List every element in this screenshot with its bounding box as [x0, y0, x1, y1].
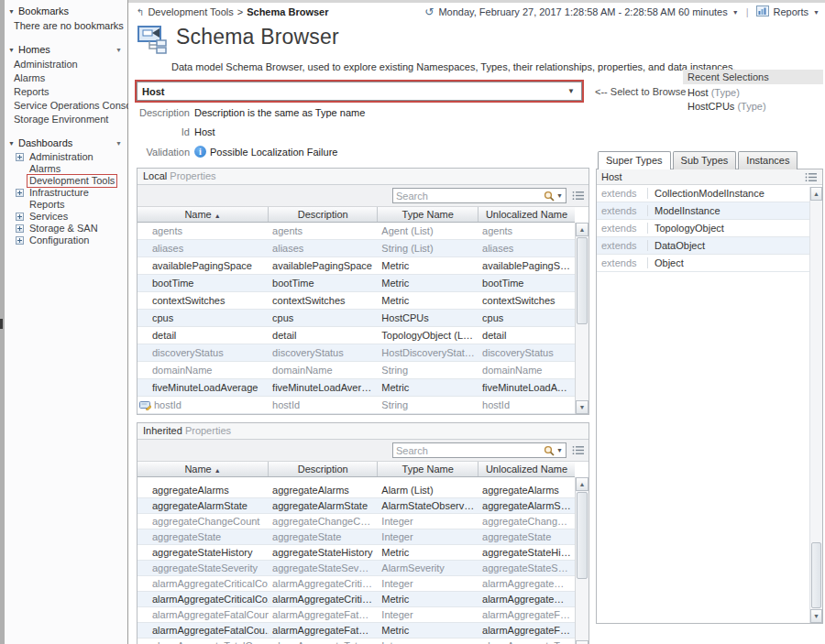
- homes-header[interactable]: ▼ Homes ▼: [5, 42, 127, 57]
- identifier-key-icon: [139, 400, 151, 410]
- property-row[interactable]: cpus cpus HostCPUs cpus: [138, 310, 575, 327]
- property-row[interactable]: alarmAggregateCriticalCo... alarmAggrega…: [138, 576, 575, 592]
- types-tab[interactable]: Super Types: [598, 151, 671, 169]
- property-row[interactable]: alarmAggregateTotalCount alarmAggregateT…: [138, 639, 575, 644]
- scrollbar-thumb[interactable]: [577, 492, 588, 579]
- dashboards-item[interactable]: Services: [5, 211, 127, 223]
- column-header-type-name[interactable]: Type Name: [378, 207, 478, 222]
- bookmarks-header[interactable]: ▼ Bookmarks: [5, 4, 127, 18]
- property-row[interactable]: alarmAggregateFatalCou... alarmAggregate…: [138, 623, 575, 639]
- property-row[interactable]: agents agents Agent (List) agents: [138, 223, 575, 240]
- types-tab[interactable]: Instances: [738, 151, 798, 169]
- dashboards-menu-icon[interactable]: ▼: [116, 140, 122, 147]
- inherited-properties-title: Inherited Properties: [138, 423, 588, 440]
- column-header-unlocalized-name[interactable]: Unlocalized Name: [478, 207, 575, 222]
- search-icon[interactable]: [544, 445, 555, 456]
- property-row[interactable]: aggregateStateSeverity aggregateStateSev…: [138, 561, 575, 576]
- type-select-dropdown[interactable]: Host ▼: [137, 82, 582, 101]
- breadcrumb-parent-link[interactable]: Development Tools: [148, 6, 233, 17]
- column-header-type-name[interactable]: Type Name: [378, 462, 478, 476]
- property-name: domainName: [152, 365, 212, 376]
- time-range-label[interactable]: Monday, February 27, 2017 1:28:58 AM - 2…: [438, 6, 727, 17]
- column-header-description[interactable]: Description: [269, 462, 378, 476]
- property-row[interactable]: contextSwitches contextSwitches Metric c…: [138, 292, 575, 310]
- super-type-row[interactable]: extends Object: [597, 255, 809, 272]
- types-column: Super TypesSub TypesInstances Host exten…: [596, 151, 823, 624]
- column-header-description[interactable]: Description: [269, 207, 378, 222]
- homes-item[interactable]: Storage Environment: [5, 113, 127, 126]
- property-row[interactable]: aggregateState aggregateState Integer ag…: [138, 529, 575, 545]
- expand-plus-icon[interactable]: [16, 213, 24, 221]
- dashboards-item[interactable]: Storage & SAN: [5, 223, 127, 235]
- scroll-up-button[interactable]: ▲: [810, 187, 822, 201]
- table-customizer-icon[interactable]: [572, 445, 585, 455]
- breadcrumb-back-icon[interactable]: ↰: [137, 7, 144, 17]
- property-row[interactable]: hostId hostId String hostId: [138, 397, 575, 414]
- local-search-input[interactable]: [396, 191, 544, 202]
- reports-dropdown-icon[interactable]: ▼: [813, 9, 820, 16]
- property-row[interactable]: fiveMinuteLoadAverage fiveMinuteLoadAver…: [138, 379, 575, 397]
- dashboards-item[interactable]: Administration: [5, 151, 127, 163]
- property-row[interactable]: domainName domainName String domainName: [138, 362, 575, 379]
- recent-selection-link[interactable]: HostCPUs (Type): [683, 98, 823, 112]
- dashboards-item[interactable]: Reports: [5, 199, 127, 211]
- homes-item[interactable]: Administration: [5, 58, 127, 71]
- super-type-row[interactable]: extends ModelInstance: [597, 202, 809, 220]
- search-icon[interactable]: [544, 191, 555, 202]
- collapsed-panel-rail[interactable]: [0, 0, 5, 644]
- search-options-icon[interactable]: ▼: [556, 192, 563, 199]
- super-type-row[interactable]: extends DataObject: [597, 237, 809, 255]
- table-customizer-icon[interactable]: [805, 172, 818, 182]
- super-type-row[interactable]: extends CollectionModelInstance: [597, 185, 809, 202]
- expand-plus-icon[interactable]: [16, 189, 24, 197]
- scrollbar-thumb[interactable]: [577, 237, 588, 324]
- column-header-unlocalized-name[interactable]: Unlocalized Name: [478, 462, 575, 476]
- expand-plus-icon[interactable]: [16, 236, 24, 245]
- local-properties-scrollbar[interactable]: ▲ ▼: [575, 223, 588, 414]
- scroll-down-button[interactable]: ▼: [810, 609, 822, 623]
- scroll-down-button[interactable]: ▼: [576, 400, 588, 414]
- property-row[interactable]: alarmAggregateCriticalCo... alarmAggrega…: [138, 592, 575, 607]
- dashboards-item[interactable]: Infrastructure: [5, 187, 127, 199]
- reports-label[interactable]: Reports: [774, 6, 809, 17]
- inherited-properties-scrollbar[interactable]: ▲ ▼: [575, 477, 588, 644]
- homes-item[interactable]: Service Operations Console: [5, 99, 127, 113]
- homes-item[interactable]: Reports: [5, 85, 127, 99]
- property-row[interactable]: detail detail TopologyObject (List) deta…: [138, 327, 575, 344]
- scroll-up-button[interactable]: ▲: [576, 477, 588, 491]
- homes-menu-icon[interactable]: ▼: [116, 47, 122, 53]
- expand-plus-icon[interactable]: [16, 224, 24, 233]
- dashboards-item[interactable]: Alarms: [5, 163, 127, 175]
- property-row[interactable]: aggregateChangeCount aggregateChangeCoun…: [138, 514, 575, 529]
- inherited-search-input[interactable]: [396, 445, 544, 456]
- homes-item[interactable]: Alarms: [5, 71, 127, 85]
- property-row[interactable]: aliases aliases String (List) aliases: [138, 240, 575, 257]
- property-row[interactable]: aggregateStateHistory aggregateStateHist…: [138, 545, 575, 561]
- column-header-name[interactable]: Name ▲: [138, 462, 269, 476]
- property-row[interactable]: aggregateAlarms aggregateAlarms Alarm (L…: [138, 483, 575, 498]
- reports-icon: [756, 5, 769, 18]
- dashboards-item[interactable]: Configuration: [5, 235, 127, 246]
- dashboards-item[interactable]: Development Tools: [5, 175, 127, 187]
- scroll-down-button[interactable]: ▼: [576, 640, 588, 644]
- panel-collapse-handle[interactable]: [0, 319, 3, 329]
- property-row[interactable]: availablePagingSpace availablePagingSpac…: [138, 257, 575, 275]
- property-row[interactable]: discoveryStatus discoveryStatus HostDisc…: [138, 344, 575, 362]
- search-options-icon[interactable]: ▼: [556, 447, 563, 453]
- types-panel-scrollbar[interactable]: ▲ ▼: [809, 187, 822, 623]
- dashboards-header[interactable]: ▼ Dashboards ▼: [5, 136, 127, 150]
- column-header-name[interactable]: Name ▲: [138, 207, 269, 222]
- super-type-row[interactable]: extends TopologyObject: [597, 220, 809, 237]
- property-row[interactable]: alarmAggregateFatalCount alarmAggregateF…: [138, 607, 575, 623]
- recent-selection-link[interactable]: Host (Type): [683, 84, 823, 98]
- types-tab[interactable]: Sub Types: [673, 151, 737, 169]
- scrollbar-thumb[interactable]: [811, 542, 821, 608]
- inherited-search-box: ▼: [392, 442, 566, 458]
- property-row[interactable]: aggregateAlarmState aggregateAlarmState …: [138, 498, 575, 514]
- table-customizer-icon[interactable]: [572, 191, 585, 201]
- chevron-down-icon[interactable]: ▼: [567, 87, 577, 95]
- property-row[interactable]: bootTime bootTime Metric bootTime: [138, 275, 575, 292]
- expand-plus-icon[interactable]: [16, 153, 24, 161]
- time-range-dropdown-icon[interactable]: ▼: [732, 9, 739, 16]
- scroll-up-button[interactable]: ▲: [576, 223, 588, 236]
